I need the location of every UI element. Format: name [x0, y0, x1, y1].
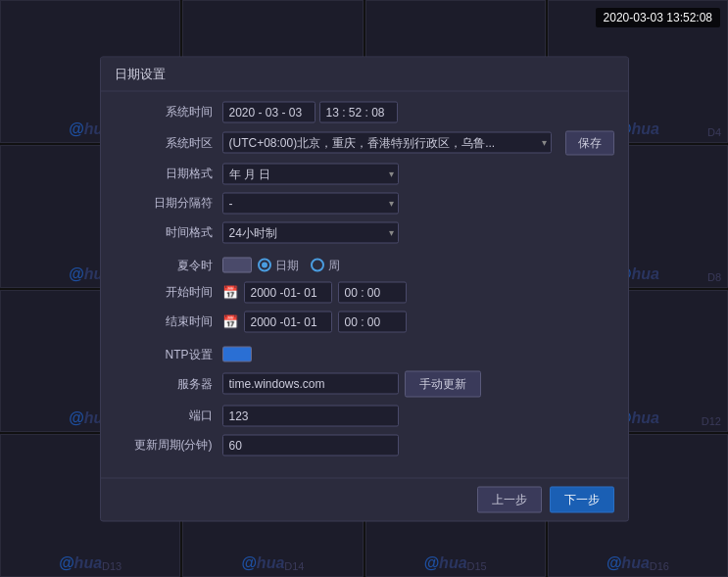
start-date-input[interactable]	[244, 281, 332, 303]
prev-button[interactable]: 上一步	[477, 486, 542, 512]
dst-label: 夏令时	[115, 257, 222, 273]
dst-week-label: 周	[328, 257, 340, 273]
timezone-row: 系统时区 (UTC+08:00)北京，重庆，香港特别行政区，乌鲁... 保存	[115, 130, 614, 155]
timestamp-display: 2020-03-03 13:52:08	[596, 8, 720, 27]
cam-label-d16: D16	[650, 560, 669, 572]
date-separator-select[interactable]: -	[222, 192, 399, 214]
dahua-logo-13: @hua	[59, 554, 102, 572]
date-format-select-wrapper: 年 月 日	[222, 163, 399, 184]
server-input[interactable]	[222, 373, 399, 395]
time-format-row: 时间格式 24小时制	[115, 221, 614, 243]
date-settings-dialog: 日期设置 系统时间 系统时区 (UTC+08:00)北京，重庆，香港特别行政区，…	[100, 56, 629, 521]
start-time-label: 开始时间	[115, 284, 222, 301]
dst-day-radio-circle	[258, 259, 271, 272]
dst-day-radio[interactable]: 日期	[258, 257, 299, 273]
cam-label-d12: D12	[702, 415, 721, 427]
server-label: 服务器	[115, 375, 222, 392]
start-time-control: 📅	[222, 281, 614, 303]
system-time-control	[222, 101, 614, 122]
next-button[interactable]: 下一步	[550, 486, 614, 512]
ntp-toggle[interactable]	[222, 347, 252, 362]
port-label: 端口	[115, 408, 222, 424]
dialog-footer: 上一步 下一步	[101, 477, 628, 520]
ntp-label: NTP设置	[115, 346, 222, 362]
date-format-control: 年 月 日	[222, 163, 614, 184]
dialog-body: 系统时间 系统时区 (UTC+08:00)北京，重庆，香港特别行政区，乌鲁...…	[101, 91, 628, 477]
start-time-input[interactable]	[338, 281, 407, 303]
port-row: 端口	[115, 405, 614, 426]
time-format-control: 24小时制	[222, 221, 614, 243]
port-control	[222, 405, 614, 426]
time-format-label: 时间格式	[115, 224, 222, 241]
date-format-label: 日期格式	[115, 166, 222, 182]
server-control: 手动更新	[222, 370, 614, 397]
timezone-select-wrapper: (UTC+08:00)北京，重庆，香港特别行政区，乌鲁...	[222, 132, 552, 154]
dst-day-label: 日期	[275, 257, 299, 273]
start-calendar-icon[interactable]: 📅	[222, 285, 238, 300]
port-input[interactable]	[222, 405, 399, 426]
dahua-logo-14: @hua	[241, 554, 284, 572]
update-interval-control	[222, 434, 614, 456]
date-format-select[interactable]: 年 月 日	[222, 163, 399, 184]
update-interval-label: 更新周期(分钟)	[115, 437, 222, 454]
date-separator-control: -	[222, 192, 614, 214]
dst-week-radio[interactable]: 周	[311, 257, 340, 273]
system-date-input[interactable]	[222, 101, 315, 122]
dialog-title: 日期设置	[101, 57, 628, 91]
cam-label-d14: D14	[284, 560, 304, 572]
timezone-control: (UTC+08:00)北京，重庆，香港特别行政区，乌鲁... 保存	[222, 130, 614, 155]
update-interval-row: 更新周期(分钟)	[115, 434, 614, 456]
ntp-row: NTP设置	[115, 346, 614, 362]
dst-control: 日期 周	[222, 257, 614, 273]
dahua-logo-15: @hua	[424, 554, 467, 572]
dst-toggle[interactable]	[222, 258, 252, 273]
dst-week-radio-circle	[311, 259, 324, 272]
cam-label-d4: D4	[707, 126, 721, 138]
update-interval-input[interactable]	[222, 434, 399, 456]
save-button[interactable]: 保存	[565, 130, 614, 155]
datetime-inputs	[222, 101, 398, 122]
timezone-select[interactable]: (UTC+08:00)北京，重庆，香港特别行政区，乌鲁...	[222, 132, 552, 154]
cam-label-d13: D13	[102, 560, 121, 572]
date-format-row: 日期格式 年 月 日	[115, 163, 614, 184]
end-time-control: 📅	[222, 311, 614, 332]
time-format-select-wrapper: 24小时制	[222, 221, 399, 243]
cam-label-d15: D15	[467, 560, 487, 572]
end-time-row: 结束时间 📅	[115, 311, 614, 332]
date-separator-select-wrapper: -	[222, 192, 399, 214]
dst-row: 夏令时 日期 周	[115, 257, 614, 273]
system-time-label: 系统时间	[115, 104, 222, 120]
time-format-select[interactable]: 24小时制	[222, 221, 399, 243]
dahua-logo-16: @hua	[607, 554, 650, 572]
end-time-label: 结束时间	[115, 313, 222, 330]
end-time-input[interactable]	[338, 311, 407, 332]
system-time-input[interactable]	[319, 101, 398, 122]
date-separator-label: 日期分隔符	[115, 195, 222, 212]
timezone-label: 系统时区	[115, 134, 222, 151]
system-time-row: 系统时间	[115, 101, 614, 122]
end-date-input[interactable]	[244, 311, 332, 332]
date-separator-row: 日期分隔符 -	[115, 192, 614, 214]
manual-update-button[interactable]: 手动更新	[405, 370, 481, 397]
ntp-control	[222, 347, 614, 362]
end-calendar-icon[interactable]: 📅	[222, 314, 238, 329]
server-row: 服务器 手动更新	[115, 370, 614, 397]
start-time-row: 开始时间 📅	[115, 281, 614, 303]
dst-radio-group: 日期 周	[258, 257, 340, 273]
cam-label-d8: D8	[707, 271, 721, 283]
